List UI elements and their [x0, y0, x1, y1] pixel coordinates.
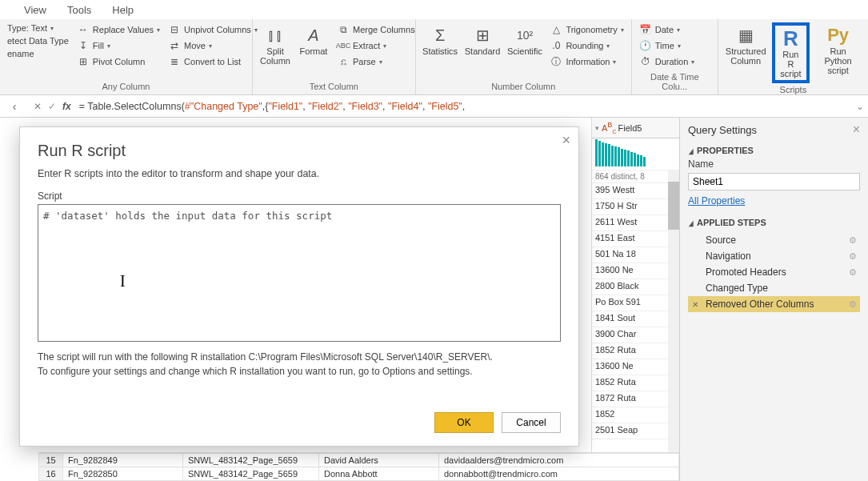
- gear-icon[interactable]: ⚙: [849, 235, 857, 246]
- preview-cell[interactable]: Po Box 591: [592, 295, 679, 311]
- step-removed-other-columns[interactable]: Removed Other Columns⚙: [688, 296, 860, 312]
- text-cursor-icon: I: [120, 272, 126, 291]
- all-properties-link[interactable]: All Properties: [688, 195, 745, 206]
- parse-button[interactable]: ⎌Parse▾: [334, 54, 418, 69]
- preview-cell[interactable]: 3900 Char: [592, 327, 679, 343]
- type-icon: ABC: [602, 121, 617, 134]
- unpivot-columns-button[interactable]: ⊟Unpivot Columns▾: [166, 22, 260, 37]
- step-navigation[interactable]: Navigation⚙: [688, 248, 860, 264]
- rename-button[interactable]: ename: [5, 48, 71, 59]
- formula-bar: ‹ ✕ ✓ fx = Table.SelectColumns(#"Changed…: [0, 95, 868, 118]
- rounding-button[interactable]: .0Rounding▾: [547, 38, 626, 53]
- step-source[interactable]: Source⚙: [688, 232, 860, 248]
- gear-icon[interactable]: ⚙: [849, 299, 857, 310]
- gear-icon[interactable]: ⚙: [849, 267, 857, 278]
- column-header-field5[interactable]: ▾ ABC Field5: [592, 118, 679, 138]
- query-settings-panel: × Query Settings PROPERTIES Name All Pro…: [679, 118, 868, 481]
- data-grid-rows: 15 Fn_9282849 SNWL_483142_Page_5659 Davi…: [38, 452, 679, 481]
- script-label: Script: [38, 190, 561, 202]
- move-button[interactable]: ⇄Move▾: [166, 38, 260, 53]
- preview-cell[interactable]: 1852 Ruta: [592, 375, 679, 391]
- preview-cell[interactable]: 1750 H Str: [592, 199, 679, 215]
- cancel-button[interactable]: Cancel: [502, 412, 561, 433]
- query-name-input[interactable]: [688, 173, 860, 190]
- run-python-script-button[interactable]: PyRun Python script: [813, 22, 863, 83]
- step-changed-type[interactable]: Changed Type: [688, 280, 860, 296]
- applied-steps-section[interactable]: APPLIED STEPS: [688, 218, 860, 227]
- structured-column-button[interactable]: ▦Structured Column: [723, 22, 769, 83]
- menu-tools[interactable]: Tools: [67, 4, 91, 16]
- dialog-info-2: To configure your settings and change wh…: [38, 364, 561, 379]
- name-label: Name: [688, 158, 860, 170]
- standard-button[interactable]: ⊞Standard: [462, 22, 502, 80]
- run-r-script-dialog: × Run R script Enter R scripts into the …: [19, 126, 579, 447]
- group-number-column: Number Column: [421, 82, 626, 91]
- step-promoted-headers[interactable]: Promoted Headers⚙: [688, 264, 860, 280]
- gear-icon[interactable]: ⚙: [849, 251, 857, 262]
- formula-expand-icon[interactable]: ⌄: [852, 101, 868, 112]
- preview-cell[interactable]: 2501 Seap: [592, 423, 679, 439]
- preview-cell[interactable]: 1872 Ruta: [592, 391, 679, 407]
- preview-cell[interactable]: 13600 Ne: [592, 359, 679, 375]
- group-any-column: Any Column: [5, 82, 247, 91]
- formula-input[interactable]: = Table.SelectColumns(#"Changed Type",{"…: [76, 98, 852, 114]
- preview-cell[interactable]: 1852: [592, 407, 679, 423]
- data-type-dropdown[interactable]: Type: Text▾: [5, 22, 71, 34]
- preview-cell[interactable]: 2800 Black: [592, 279, 679, 295]
- properties-section[interactable]: PROPERTIES: [688, 146, 860, 155]
- preview-cell[interactable]: 1841 Sout: [592, 311, 679, 327]
- vertical-scrollbar[interactable]: [668, 170, 679, 481]
- time-button[interactable]: 🕐Time▾: [637, 38, 698, 53]
- cancel-formula-icon[interactable]: ✕: [34, 101, 42, 112]
- preview-cell[interactable]: 501 Na 18: [592, 247, 679, 263]
- preview-cell[interactable]: 4151 East: [592, 231, 679, 247]
- dialog-subtitle: Enter R scripts into the editor to trans…: [38, 168, 561, 179]
- preview-cell[interactable]: 1852 Ruta: [592, 343, 679, 359]
- menu-help[interactable]: Help: [112, 4, 134, 16]
- script-textarea[interactable]: [38, 204, 561, 342]
- replace-values-button[interactable]: ↔Replace Values▾: [74, 22, 162, 37]
- group-scripts: Scripts: [723, 85, 863, 94]
- preview-cell[interactable]: 395 Westt: [592, 183, 679, 199]
- trigonometry-button[interactable]: △Trigonometry▾: [547, 22, 626, 37]
- group-text-column: Text Column: [258, 82, 410, 91]
- format-button[interactable]: AFormat: [296, 22, 331, 80]
- dialog-info-1: The script will run with the following R…: [38, 350, 561, 364]
- panel-title: Query Settings: [688, 122, 860, 141]
- table-row[interactable]: 15 Fn_9282849 SNWL_483142_Page_5659 Davi…: [39, 454, 679, 467]
- group-datetime-column: Date & Time Colu...: [637, 72, 713, 91]
- menu-bar: View Tools Help: [0, 0, 868, 19]
- close-dialog-icon[interactable]: ×: [562, 132, 570, 149]
- run-r-script-button[interactable]: RRun R script: [772, 22, 810, 83]
- detect-data-type-button[interactable]: etect Data Type: [5, 35, 71, 46]
- date-button[interactable]: 📅Date▾: [637, 22, 698, 37]
- fill-button[interactable]: ↧Fill▾: [74, 38, 162, 53]
- distinct-count: 864 distinct, 8: [592, 170, 679, 183]
- extract-button[interactable]: ABCExtract▾: [334, 38, 418, 53]
- close-panel-icon[interactable]: ×: [853, 122, 860, 137]
- information-button[interactable]: ⓘInformation▾: [547, 54, 626, 69]
- commit-formula-icon[interactable]: ✓: [48, 101, 56, 112]
- merge-columns-button[interactable]: ⧉Merge Columns: [334, 22, 418, 37]
- duration-button[interactable]: ⏱Duration▾: [637, 54, 698, 69]
- pivot-column-button[interactable]: ⊞Pivot Column: [74, 54, 162, 69]
- split-column-button[interactable]: ⫿⫿Split Column: [258, 22, 293, 80]
- nav-back-button[interactable]: ‹: [0, 100, 29, 113]
- preview-cell[interactable]: 13600 Ne: [592, 263, 679, 279]
- menu-view[interactable]: View: [24, 4, 46, 16]
- convert-to-list-button[interactable]: ≣Convert to List: [166, 54, 260, 69]
- dialog-title: Run R script: [38, 142, 561, 160]
- fx-icon[interactable]: fx: [62, 101, 71, 112]
- ribbon: Type: Text▾ etect Data Type ename ↔Repla…: [0, 19, 868, 95]
- ok-button[interactable]: OK: [434, 412, 494, 433]
- column-distribution-chart: [592, 138, 679, 170]
- column-preview-field5: ▾ ABC Field5 864 distinct, 8 395 Westt17…: [591, 118, 679, 481]
- statistics-button[interactable]: ΣStatistics: [421, 22, 460, 80]
- scientific-button[interactable]: 10²Scientific: [506, 22, 545, 80]
- table-row[interactable]: 16 Fn_9282850 SNWL_483142_Page_5659 Donn…: [39, 467, 679, 481]
- preview-cell[interactable]: 2611 West: [592, 215, 679, 231]
